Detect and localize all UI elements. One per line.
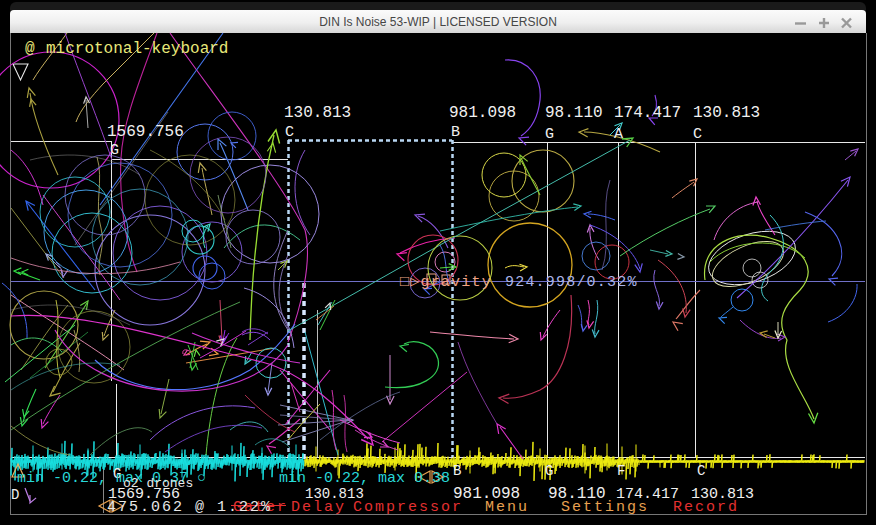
svg-text:Record: Record — [673, 499, 739, 516]
svg-text:B: B — [453, 463, 461, 479]
svg-text:130.813: 130.813 — [284, 104, 351, 122]
svg-text:C: C — [693, 126, 702, 143]
svg-text:Settings: Settings — [561, 499, 649, 516]
svg-text:981.098: 981.098 — [449, 104, 516, 122]
svg-text:C: C — [285, 124, 294, 141]
svg-text:@: @ — [25, 40, 35, 58]
svg-text:475.062 @ 1.22%: 475.062 @ 1.22% — [107, 499, 272, 516]
svg-text:B: B — [451, 124, 460, 141]
svg-text:G: G — [110, 142, 119, 159]
svg-text:□▷gravity: □▷gravity — [400, 274, 492, 291]
svg-text:G: G — [545, 463, 553, 479]
svg-text:A: A — [614, 126, 623, 143]
svg-text:Compressor: Compressor — [353, 499, 463, 516]
svg-text:C: C — [697, 463, 705, 479]
svg-text:174.417: 174.417 — [614, 104, 681, 122]
svg-text:F: F — [617, 463, 625, 479]
svg-text:1569.756: 1569.756 — [107, 123, 184, 141]
svg-text:Delay: Delay — [291, 499, 346, 516]
svg-text:Menu: Menu — [485, 499, 529, 516]
svg-text:microtonal-keyboard: microtonal-keyboard — [46, 40, 228, 58]
svg-text:130.813: 130.813 — [693, 104, 760, 122]
svg-text:924.998/0.32%: 924.998/0.32% — [505, 274, 638, 291]
svg-text:98.110: 98.110 — [545, 104, 603, 122]
svg-text:G: G — [545, 126, 554, 143]
svg-text:D: D — [11, 487, 19, 503]
svg-text:min -0.22, max 0.38: min -0.22, max 0.38 — [279, 470, 450, 487]
